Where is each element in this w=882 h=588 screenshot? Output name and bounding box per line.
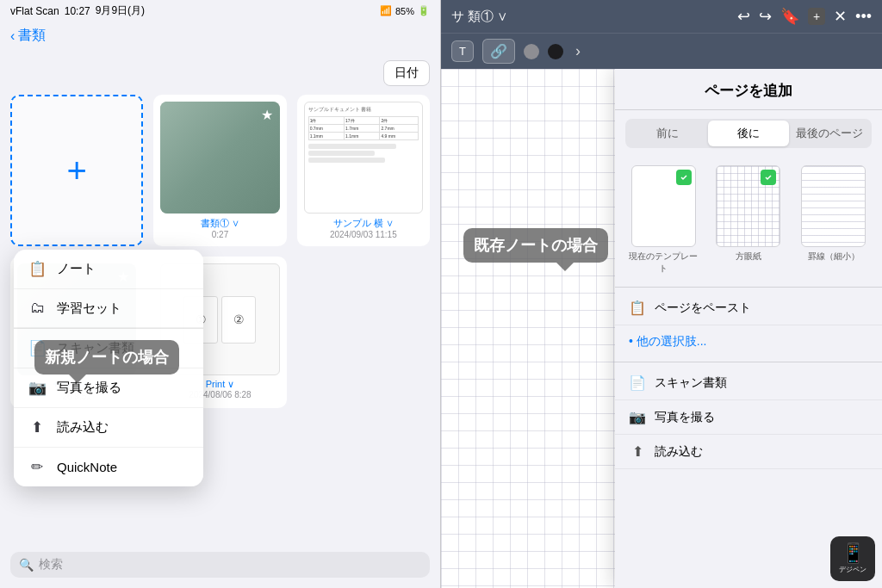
paste-page-item[interactable]: 📋 ページをペースト: [615, 291, 882, 325]
right-menu-scan[interactable]: 📄 スキャン書類: [615, 366, 882, 400]
right-content: ページを追加 前に 後に 最後のページ: [441, 69, 882, 588]
template-current[interactable]: 現在のテンプレート: [625, 165, 702, 275]
add-page-modal: ページを追加 前に 後に 最後のページ: [615, 69, 882, 588]
right-nav-left: サ 類① ∨: [451, 9, 507, 25]
study-menu-icon: 🗂: [28, 300, 47, 317]
right-scan-label: スキャン書類: [655, 375, 727, 391]
template-grid-item[interactable]: 方眼紙: [711, 165, 787, 275]
paste-label: ページをペースト: [655, 300, 751, 316]
note-label-4: Print ∨: [206, 379, 235, 390]
paste-icon: 📋: [629, 300, 646, 316]
sample-lines: [308, 144, 419, 163]
battery-icon: 🔋: [418, 5, 430, 16]
more-icon[interactable]: •••: [855, 8, 872, 26]
callout-left-text: 新規ノートの場合: [45, 349, 169, 366]
page-thumb-2: ②: [221, 296, 256, 344]
left-panel: vFlat Scan 10:27 9月9日(月) 📶 85% 🔋 ‹ 書類 日付…: [0, 0, 441, 588]
note-menu-label: ノート: [57, 261, 96, 277]
right-header: サ 類① ∨ ↩ ↪ 🔖 + ✕ •••: [441, 0, 882, 33]
right-menu-list: 📄 スキャン書類 📷 写真を撮る ⬆ 読み込む: [615, 366, 882, 469]
redo-icon[interactable]: ↪: [759, 7, 772, 26]
add-page-icon[interactable]: +: [808, 8, 825, 25]
time: 10:27: [65, 5, 90, 17]
right-menu-camera[interactable]: 📷 写真を撮る: [615, 400, 882, 435]
back-chevron-icon: ‹: [10, 28, 15, 44]
template-grid: 現在のテンプレート 方眼紙 罫線（細小）: [615, 157, 882, 283]
callout-right: 既存ノートの場合: [463, 228, 608, 263]
right-menu-import[interactable]: ⬆ 読み込む: [615, 435, 882, 469]
note-date-1: 0:27: [212, 230, 228, 239]
search-placeholder: 検索: [39, 557, 63, 573]
note-label-2: サンプル 横 ∨: [333, 217, 394, 230]
pen-chevron: ›: [575, 42, 581, 60]
new-note-card[interactable]: +: [10, 95, 143, 246]
right-nav-right: ↩ ↪ 🔖 + ✕ •••: [737, 7, 872, 26]
camera-menu-label: 写真を撮る: [57, 380, 121, 396]
note-card-1[interactable]: ★ 書類① ∨ 0:27: [153, 95, 286, 246]
status-bar: vFlat Scan 10:27 9月9日(月) 📶 85% 🔋: [0, 0, 440, 22]
date-filter-button[interactable]: 日付: [383, 60, 430, 86]
other-label: 他の選択肢...: [637, 334, 707, 348]
link-tool-button[interactable]: 🔗: [482, 39, 515, 64]
tab-after[interactable]: 後に: [708, 121, 789, 146]
modal-tabs: 前に 後に 最後のページ: [625, 119, 872, 148]
template-thumb-grid: [716, 165, 780, 247]
color-dot-gray[interactable]: [524, 44, 539, 59]
right-camera-icon: 📷: [629, 409, 646, 425]
nav-bar: ‹ 書類: [0, 22, 440, 50]
close-icon[interactable]: ✕: [834, 7, 847, 26]
camera-menu-icon: 📷: [28, 379, 47, 397]
quicknote-menu-label: QuickNote: [57, 460, 117, 474]
grid-badge: [761, 170, 776, 185]
logo-badge: 📱 デジペン: [830, 536, 875, 581]
menu-item-study[interactable]: 🗂 学習セット: [14, 289, 203, 328]
template-label-grid: 方眼紙: [736, 251, 761, 263]
logo-icon: 📱: [842, 544, 865, 563]
toolbar-row: 日付: [10, 60, 430, 86]
logo-text: デジペン: [839, 565, 866, 574]
import-menu-label: 読み込む: [57, 419, 109, 436]
quicknote-menu-icon: ✏: [28, 458, 47, 476]
current-badge: [676, 170, 692, 185]
color-dot-black[interactable]: [548, 44, 563, 59]
text-tool-button[interactable]: T: [451, 40, 474, 62]
template-label-current: 現在のテンプレート: [625, 251, 702, 275]
menu-item-import[interactable]: ⬆ 読み込む: [14, 408, 203, 448]
tab-before[interactable]: 前に: [627, 121, 708, 146]
note-date-2: 2024/09/03 11:15: [330, 230, 397, 239]
template-lined-item[interactable]: 罫線（細小）: [795, 165, 872, 275]
right-camera-label: 写真を撮る: [655, 410, 715, 425]
modal-divider-2: [615, 362, 882, 362]
undo-icon[interactable]: ↩: [737, 7, 750, 26]
callout-right-text: 既存ノートの場合: [474, 237, 598, 254]
date: 9月9日(月): [96, 3, 145, 18]
note-thumbnail-1: ★: [160, 102, 279, 214]
status-left: vFlat Scan 10:27 9月9日(月): [10, 3, 145, 18]
other-icon: •: [629, 334, 633, 348]
tab-last[interactable]: 最後のページ: [789, 121, 870, 146]
back-button[interactable]: ‹ 書類: [10, 27, 46, 45]
sample-content-2: サンプルドキュメント 書籍 1件17件2件 0.7mm1.7mm2.7mm 1.…: [304, 102, 423, 214]
callout-left: 新規ノートの場合: [34, 340, 179, 374]
note-menu-icon: 📋: [28, 260, 47, 278]
right-import-icon: ⬆: [629, 443, 646, 460]
plus-icon: +: [66, 152, 86, 190]
bookmark-icon[interactable]: 🔖: [780, 7, 799, 26]
import-menu-icon: ⬆: [28, 418, 47, 436]
menu-item-quicknote[interactable]: ✏ QuickNote: [14, 448, 203, 486]
status-right: 📶 85% 🔋: [380, 5, 430, 16]
wifi-icon: 📶: [380, 5, 392, 16]
note-card-2[interactable]: サンプルドキュメント 書籍 1件17件2件 0.7mm1.7mm2.7mm 1.…: [297, 95, 430, 246]
other-options[interactable]: • 他の選択肢...: [615, 325, 882, 358]
template-label-lined: 罫線（細小）: [808, 251, 860, 263]
star-badge-1: ★: [261, 107, 273, 123]
note-label-1: 書類① ∨: [201, 217, 239, 230]
search-icon: 🔍: [19, 558, 34, 572]
right-title: サ 類① ∨: [451, 9, 507, 25]
modal-title: ページを追加: [705, 83, 792, 99]
template-thumb-lined: [801, 165, 866, 247]
modal-header: ページを追加: [615, 69, 882, 110]
template-thumb-current: [631, 165, 696, 247]
right-panel: サ 類① ∨ ↩ ↪ 🔖 + ✕ ••• T 🔗 › ページを追加: [441, 0, 882, 588]
menu-item-note[interactable]: 📋 ノート: [14, 250, 203, 289]
